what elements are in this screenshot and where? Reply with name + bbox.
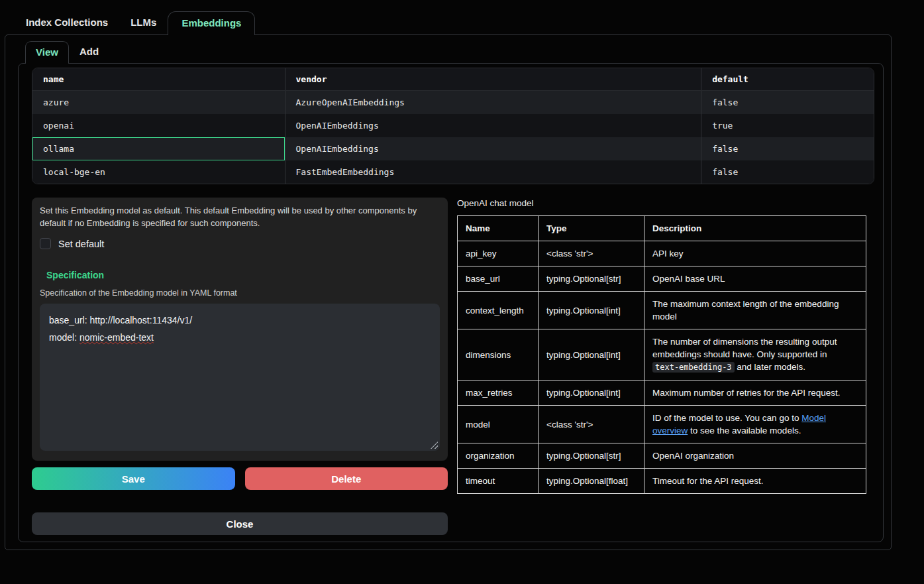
param-name-cell: base_url — [458, 266, 539, 292]
set-default-checkbox-row[interactable]: Set default — [40, 238, 440, 249]
param-description-cell: API key — [644, 241, 866, 266]
column-header-vendor: vendor — [285, 68, 701, 91]
column-header-default: default — [701, 68, 874, 91]
param-description-cell: Timeout for the API request. — [644, 469, 866, 494]
param-type-cell: typing.Optional[float] — [539, 469, 644, 494]
delete-button[interactable]: Delete — [245, 467, 448, 490]
sub-tab-bar: View Add — [5, 40, 891, 63]
column-header-param-type: Type — [539, 216, 644, 241]
param-type-cell: typing.Optional[int] — [539, 380, 644, 406]
embeddings-table: name vendor default azureAzureOpenAIEmbe… — [32, 68, 874, 184]
param-description-cell: OpenAI base URL — [644, 266, 866, 292]
details-title: OpenAI chat model — [457, 198, 874, 208]
embedding-name-cell[interactable]: azure — [32, 91, 285, 115]
embedding-name-cell[interactable]: local-bge-en — [32, 160, 285, 184]
param-name-cell: model — [458, 406, 539, 443]
main-tab-bar: Index Collections LLMs Embeddings — [0, 0, 924, 34]
specification-caption: Specification of the Embedding model in … — [40, 288, 440, 298]
embedding-vendor-cell[interactable]: OpenAIEmbeddings — [285, 114, 701, 137]
embedding-vendor-cell[interactable]: AzureOpenAIEmbeddings — [285, 91, 701, 115]
column-header-name: name — [32, 68, 285, 91]
embedding-default-cell[interactable]: false — [701, 137, 874, 160]
tab-llms[interactable]: LLMs — [119, 11, 168, 34]
tab-add[interactable]: Add — [69, 40, 109, 63]
param-row: max_retriestyping.Optional[int]Maximum n… — [458, 380, 866, 406]
param-description-cell: OpenAI organization — [644, 443, 866, 469]
embeddings-tab-panel: View Add name vendor default azureAzureO… — [5, 34, 892, 550]
close-button[interactable]: Close — [32, 512, 448, 535]
default-setting-panel: Set this Embedding model as default. Thi… — [32, 198, 448, 461]
embedding-vendor-cell[interactable]: FastEmbedEmbeddings — [285, 160, 701, 184]
param-name-cell: organization — [458, 443, 539, 469]
param-type-cell: <class 'str'> — [539, 406, 644, 443]
model-params-table: Name Type Description api_key<class 'str… — [457, 215, 866, 494]
param-row: organizationtyping.Optional[str]OpenAI o… — [458, 443, 866, 469]
column-header-param-name: Name — [458, 216, 539, 241]
misspelled-word: nomic-embed-text — [79, 332, 154, 343]
tab-index-collections[interactable]: Index Collections — [15, 11, 119, 34]
table-row: local-bge-enFastEmbedEmbeddingsfalse — [32, 160, 874, 184]
param-description-cell: The maximum context length of the embedd… — [644, 292, 866, 329]
default-description: Set this Embedding model as default. Thi… — [40, 204, 440, 229]
param-type-cell: typing.Optional[int] — [539, 329, 644, 380]
resize-handle-icon[interactable] — [431, 441, 438, 449]
model-overview-link[interactable]: Model overview — [652, 413, 826, 436]
param-type-cell: typing.Optional[str] — [539, 443, 644, 469]
param-name-cell: api_key — [458, 241, 539, 266]
param-row: base_urltyping.Optional[str]OpenAI base … — [458, 266, 866, 292]
embedding-vendor-cell[interactable]: OpenAIEmbeddings — [285, 137, 701, 160]
param-row: timeouttyping.Optional[float]Timeout for… — [458, 469, 866, 494]
embedding-default-cell[interactable]: true — [701, 114, 874, 137]
tab-embeddings[interactable]: Embeddings — [168, 11, 255, 35]
embedding-default-cell[interactable]: false — [701, 91, 874, 115]
param-row: model<class 'str'>ID of the model to use… — [458, 406, 866, 443]
param-name-cell: timeout — [458, 469, 539, 494]
tab-view[interactable]: View — [25, 41, 69, 64]
inline-code: text-embedding-3 — [652, 362, 735, 373]
set-default-checkbox[interactable] — [40, 238, 51, 249]
set-default-label: Set default — [58, 239, 104, 249]
param-row: api_key<class 'str'>API key — [458, 241, 866, 266]
spec-editor[interactable]: base_url: http://localhost:11434/v1/ mod… — [40, 304, 440, 451]
embedding-name-cell[interactable]: openai — [32, 114, 285, 137]
yaml-line-1: base_url: http://localhost:11434/v1/ — [49, 312, 431, 329]
param-type-cell: <class 'str'> — [539, 241, 644, 266]
view-tab-panel: name vendor default azureAzureOpenAIEmbe… — [18, 63, 884, 542]
param-name-cell: max_retries — [458, 380, 539, 406]
embedding-default-cell[interactable]: false — [701, 160, 874, 184]
param-name-cell: context_length — [458, 292, 539, 329]
column-header-param-description: Description — [644, 216, 866, 241]
table-row: openaiOpenAIEmbeddingstrue — [32, 114, 874, 137]
param-type-cell: typing.Optional[str] — [539, 266, 644, 292]
param-description-cell: Maximum number of retries for the API re… — [644, 380, 866, 406]
yaml-line-2: model: nomic-embed-text — [49, 329, 431, 346]
table-row: ollamaOpenAIEmbeddingsfalse — [32, 137, 874, 160]
param-row: dimensionstyping.Optional[int]The number… — [458, 329, 866, 380]
save-button[interactable]: Save — [32, 467, 235, 490]
specification-heading: Specification — [46, 270, 440, 280]
details-table-header: Name Type Description — [458, 216, 866, 241]
param-row: context_lengthtyping.Optional[int]The ma… — [458, 292, 866, 329]
param-description-cell: The number of dimensions the resulting o… — [644, 329, 866, 380]
param-description-cell: ID of the model to use. You can go to Mo… — [644, 406, 866, 443]
embeddings-table-header: name vendor default — [32, 68, 874, 91]
param-name-cell: dimensions — [458, 329, 539, 380]
param-type-cell: typing.Optional[int] — [539, 292, 644, 329]
table-row: azureAzureOpenAIEmbeddingsfalse — [32, 91, 874, 115]
embedding-name-cell[interactable]: ollama — [32, 137, 285, 160]
